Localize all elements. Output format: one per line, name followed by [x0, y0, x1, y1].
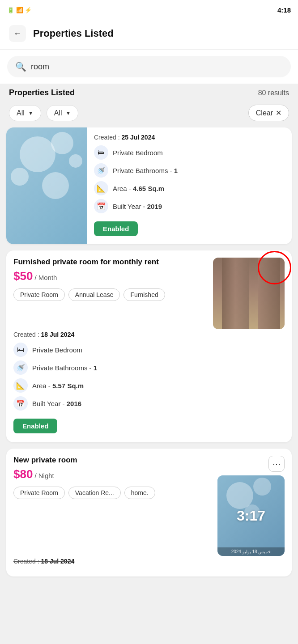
card-1-built-label: Built Year - 2019 [113, 203, 162, 210]
card-2-tag-3: Furnished [123, 288, 165, 301]
header: ← Properties Listed [0, 20, 298, 50]
clear-label: Clear [256, 109, 273, 117]
card-2-tag-2: Annual Lease [68, 288, 120, 301]
status-icons: 🔋 📶 ⚡ [7, 7, 32, 13]
area-icon-2: 📐 [13, 378, 28, 393]
page-title: Properties Listed [33, 28, 114, 39]
card-1-bedroom-row: 🛏 Private Bedroom [94, 145, 285, 160]
card-1-bedroom-label: Private Bedroom [113, 149, 163, 157]
card-2-built-row: 📅 Built Year - 2016 [13, 396, 285, 411]
card-1-status-badge: Enabled [94, 221, 138, 236]
card-2-full: Furnished private room for monthly rent … [6, 250, 292, 442]
card-1-built-row: 📅 Built Year - 2019 [94, 199, 285, 213]
more-options-button[interactable]: ⋯ [268, 456, 285, 472]
card-2-area-row: 📐 Area - 5.57 Sq.m [13, 378, 285, 393]
bedroom-icon-2: 🛏 [13, 343, 28, 357]
property-card-1: Created : 25 Jul 2024 🛏 Private Bedroom … [6, 127, 292, 244]
card-3-date-bar: خميس 18 يوليو 2024 [217, 547, 285, 556]
card-2-price-period: / Month [34, 274, 57, 281]
card-2-built-label: Built Year - 2016 [32, 400, 81, 407]
results-row: Properties Listed 80 results [0, 84, 298, 102]
card-1-area-label: Area - 4.65 Sq.m [113, 185, 164, 192]
chevron-down-icon-2: ▼ [65, 110, 71, 116]
chevron-down-icon-1: ▼ [28, 110, 34, 116]
card-3-right: ⋯ 3:17 خميس 18 يوليو 2024 [217, 456, 285, 556]
filter-2-label: All [54, 109, 62, 117]
card-3-price-row: $80 / Night [13, 467, 217, 481]
search-icon: 🔍 [15, 61, 26, 72]
filters-row: All ▼ All ▼ Clear ✕ [0, 102, 298, 127]
card-2-area-label: Area - 5.57 Sq.m [32, 382, 84, 390]
card-2-title-block: Furnished private room for monthly rent … [13, 258, 213, 307]
card-3-image: 3:17 خميس 18 يوليو 2024 [217, 475, 285, 556]
card-2-bedroom-row: 🛏 Private Bedroom [13, 343, 285, 357]
status-right: 4:18 [277, 6, 291, 14]
card-2-price-row: $50 / Month [13, 269, 213, 283]
card-1-bathroom-row: 🚿 Private Bathrooms - 1 [94, 163, 285, 178]
card-3-title: New private room [13, 456, 217, 465]
card-2-title: Furnished private room for monthly rent [13, 258, 213, 267]
search-bar: 🔍 [7, 56, 291, 77]
bathroom-icon-2: 🚿 [13, 360, 28, 375]
card-2-created: Created : 18 Jul 2024 [13, 331, 285, 338]
card-3-tag-2: Vacation Re... [68, 487, 121, 499]
card-2-tags: Private Room Annual Lease Furnished [13, 288, 213, 301]
card-2-bedroom-label: Private Bedroom [32, 346, 82, 354]
close-icon: ✕ [276, 109, 281, 117]
card-3-tags: Private Room Vacation Re... home. [13, 487, 217, 499]
filter-dropdown-1[interactable]: All ▼ [9, 105, 41, 121]
back-button[interactable]: ← [9, 25, 26, 42]
results-title: Properties Listed [9, 88, 75, 97]
card-3-tag-1: Private Room [13, 487, 65, 499]
property-card-2: Furnished private room for monthly rent … [6, 250, 292, 442]
search-input[interactable] [31, 62, 283, 72]
status-bar: 🔋 📶 ⚡ 4:18 [0, 0, 298, 20]
card-3-tag-3: home. [124, 487, 155, 499]
filter-1-label: All [17, 109, 25, 117]
status-left: 🔋 📶 ⚡ [7, 7, 32, 13]
card-3-header-row: New private room $80 / Night Private Roo… [13, 456, 285, 556]
card-2-status-badge: Enabled [13, 419, 57, 433]
card-3-title-block: New private room $80 / Night Private Roo… [13, 456, 217, 505]
property-card-3: New private room $80 / Night Private Roo… [6, 449, 292, 576]
calendar-icon-2: 📅 [13, 396, 28, 411]
card-3-full: New private room $80 / Night Private Roo… [6, 449, 292, 576]
card-2-bathroom-label: Private Bathrooms - 1 [32, 364, 97, 372]
card-2-image [213, 258, 285, 329]
card-2-price: $50 [13, 269, 33, 283]
card-2-tag-1: Private Room [13, 288, 65, 301]
card-2-image-wrapper [213, 258, 285, 329]
card-2-header-row: Furnished private room for monthly rent … [13, 258, 285, 329]
card-3-time: 3:17 [237, 508, 265, 524]
card-1-image [6, 127, 87, 244]
card-3-price-period: / Night [34, 472, 54, 479]
card-1-top: Created : 25 Jul 2024 🛏 Private Bedroom … [6, 127, 292, 244]
clear-button[interactable]: Clear ✕ [248, 105, 289, 121]
filter-dropdown-2[interactable]: All ▼ [47, 105, 79, 121]
card-2-bathroom-row: 🚿 Private Bathrooms - 1 [13, 360, 285, 375]
card-1-bathroom-label: Private Bathrooms - 1 [113, 167, 178, 174]
card-3-created: Created : 18 Jul 2024 [13, 558, 285, 565]
card-1-content: Created : 25 Jul 2024 🛏 Private Bedroom … [87, 127, 292, 244]
card-1-created: Created : 25 Jul 2024 [94, 134, 285, 141]
search-container: 🔍 [0, 50, 298, 84]
bathroom-icon: 🚿 [94, 163, 108, 178]
area-icon: 📐 [94, 181, 108, 195]
card-1-area-row: 📐 Area - 4.65 Sq.m [94, 181, 285, 195]
bedroom-icon: 🛏 [94, 145, 108, 160]
card-3-price: $80 [13, 467, 33, 481]
calendar-icon-1: 📅 [94, 199, 108, 213]
results-count: 80 results [258, 89, 289, 97]
